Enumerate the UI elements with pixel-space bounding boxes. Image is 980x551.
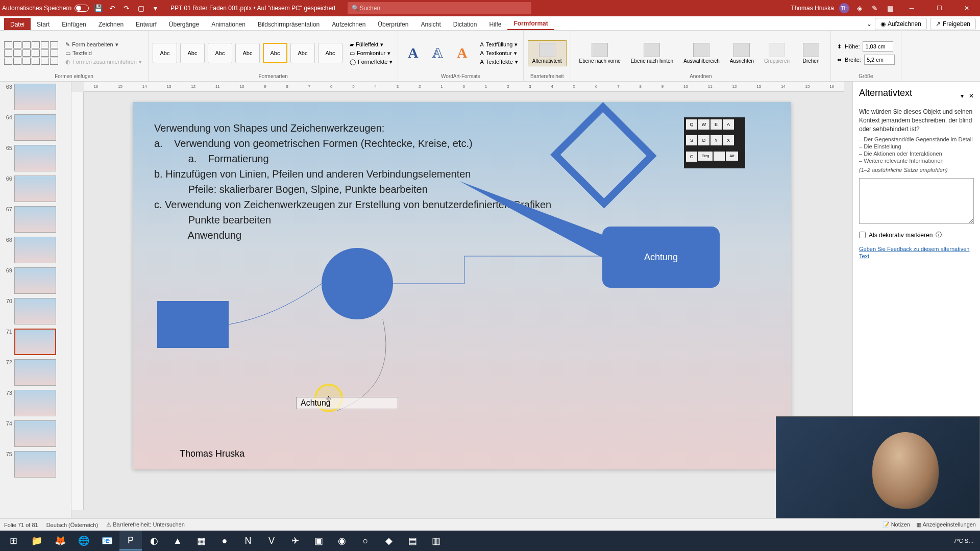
window-icon[interactable]: ▦ xyxy=(885,3,895,13)
wordart-option[interactable]: A xyxy=(427,43,448,63)
shape-option[interactable] xyxy=(22,49,31,57)
wordart-gallery[interactable]: A A A xyxy=(402,43,473,63)
slide-thumbnail[interactable] xyxy=(14,84,56,110)
text-outline-button[interactable]: ATextkontur ▾ xyxy=(479,49,519,57)
shape-style-gallery[interactable]: Abc Abc Abc Abc Abc Abc Abc xyxy=(153,43,342,63)
tab-uebergaenge[interactable]: Übergänge xyxy=(163,18,205,30)
undo-icon[interactable]: ↶ xyxy=(107,3,117,13)
slide-thumbnail[interactable] xyxy=(14,206,56,233)
app-icon[interactable]: ▦ xyxy=(190,531,212,550)
edit-shape-button[interactable]: ✎Form bearbeiten ▾ xyxy=(63,41,144,48)
bring-forward-button[interactable]: Ebene nach vorne xyxy=(575,41,625,66)
circle-shape[interactable] xyxy=(322,248,393,319)
canvas-area[interactable]: 1615141312111098765432101234567891011121… xyxy=(71,82,852,518)
shape-gallery[interactable] xyxy=(4,41,58,65)
tab-zeichnen[interactable]: Zeichnen xyxy=(92,18,130,30)
shape-option[interactable] xyxy=(13,58,21,65)
slide-counter[interactable]: Folie 71 of 81 xyxy=(4,522,38,528)
panel-dropdown-icon[interactable]: ▾ xyxy=(961,92,964,99)
style-option[interactable]: Abc xyxy=(318,43,342,63)
textfield-button[interactable]: ▭Textfeld xyxy=(63,49,144,57)
start-button[interactable]: ⊞ xyxy=(2,531,24,550)
style-option-selected[interactable]: Abc xyxy=(263,43,287,63)
app-icon[interactable]: ▣ xyxy=(307,531,330,550)
minimize-button[interactable]: ─ xyxy=(900,0,923,16)
vlc-icon[interactable]: ▲ xyxy=(166,531,189,550)
shape-option[interactable] xyxy=(32,49,40,57)
tab-ueberpruefen[interactable]: Überprüfen xyxy=(372,18,414,30)
slide-thumbnail[interactable] xyxy=(14,390,56,416)
decorative-checkbox[interactable]: Als dekorativ markieren ⓘ xyxy=(859,231,974,239)
chrome-icon[interactable]: 🌐 xyxy=(72,531,95,550)
firefox-icon[interactable]: 🦊 xyxy=(49,531,71,550)
tab-datei[interactable]: Datei xyxy=(4,18,31,30)
powerpoint-icon[interactable]: P xyxy=(119,531,142,550)
app-icon[interactable]: ▥ xyxy=(425,531,447,550)
keyboard-image[interactable]: QWE ASD YXC StrgAlt xyxy=(684,117,745,168)
tab-einfuegen[interactable]: Einfügen xyxy=(56,18,92,30)
shape-option[interactable] xyxy=(41,49,49,57)
tab-bildschirm[interactable]: Bildschirmpräsentation xyxy=(252,18,326,30)
tab-aufzeichnen[interactable]: Aufzeichnen xyxy=(326,18,372,30)
obs-icon[interactable]: ◉ xyxy=(331,531,353,550)
info-icon[interactable]: ⓘ xyxy=(936,231,942,239)
text-effects-button[interactable]: ATexteffekte ▾ xyxy=(479,58,519,66)
user-avatar[interactable]: TH xyxy=(839,3,849,13)
onenote-icon[interactable]: N xyxy=(237,531,259,550)
send-backward-button[interactable]: Ebene nach hinten xyxy=(627,41,677,66)
shape-effects-button[interactable]: ◯Formeffekte ▾ xyxy=(349,58,394,66)
slide-thumbnail[interactable] xyxy=(14,145,56,171)
tab-formformat[interactable]: Formformat xyxy=(507,17,554,30)
shape-option[interactable] xyxy=(22,41,31,48)
slide-thumbnails[interactable]: 63646566676869707172737475 xyxy=(0,82,71,518)
redo-icon[interactable]: ↷ xyxy=(121,3,132,13)
system-tray[interactable]: 7°C S… xyxy=(953,538,978,544)
wordart-option[interactable]: A xyxy=(402,43,424,63)
user-name[interactable]: Thomas Hruska xyxy=(791,5,834,12)
language-status[interactable]: Deutsch (Österreich) xyxy=(46,522,98,528)
shape-fill-button[interactable]: ▰Fülleffekt ▾ xyxy=(349,41,394,48)
slide-thumbnail[interactable] xyxy=(14,329,56,355)
record-button[interactable]: ◉Aufzeichnen xyxy=(875,18,927,30)
shape-option[interactable] xyxy=(41,41,49,48)
vscode-icon[interactable]: V xyxy=(260,531,283,550)
app-icon[interactable]: ◆ xyxy=(378,531,400,550)
search-box[interactable]: 🔍 xyxy=(348,2,531,14)
collapse-ribbon-icon[interactable]: ⌄ xyxy=(867,20,872,28)
width-input[interactable] xyxy=(864,55,895,65)
close-button[interactable]: ✕ xyxy=(955,0,978,16)
tab-hilfe[interactable]: Hilfe xyxy=(483,18,507,30)
notes-button[interactable]: 📝 Notizen xyxy=(883,521,910,528)
shape-option[interactable] xyxy=(50,49,58,57)
shape-option[interactable] xyxy=(50,41,58,48)
tab-dictation[interactable]: Dictation xyxy=(447,18,483,30)
shape-option[interactable] xyxy=(41,58,49,65)
slide-thumbnail[interactable] xyxy=(14,114,56,141)
search-input[interactable] xyxy=(359,5,527,12)
feedback-link[interactable]: Geben Sie Feedback zu diesem alternative… xyxy=(859,246,969,259)
telegram-icon[interactable]: ✈ xyxy=(284,531,306,550)
sync-icon[interactable]: ✎ xyxy=(870,3,880,13)
shape-option[interactable] xyxy=(13,41,21,48)
autosave-toggle[interactable]: Automatisches Speichern xyxy=(2,5,89,12)
decorative-check-input[interactable] xyxy=(859,232,866,238)
save-icon[interactable]: 💾 xyxy=(93,3,103,13)
maximize-button[interactable]: ☐ xyxy=(928,0,950,16)
shape-option[interactable] xyxy=(32,41,40,48)
shape-option[interactable] xyxy=(4,58,12,65)
shape-option[interactable] xyxy=(32,58,40,65)
shape-option[interactable] xyxy=(4,41,12,48)
style-option[interactable]: Abc xyxy=(208,43,232,63)
accessibility-status[interactable]: ⚠ Barrierefreiheit: Untersuchen xyxy=(106,521,185,528)
slide-thumbnail[interactable] xyxy=(14,267,56,294)
diamond-icon[interactable]: ◈ xyxy=(854,3,865,13)
achtung-textbox[interactable]: Achtung xyxy=(296,397,398,409)
app-icon[interactable]: ◐ xyxy=(143,531,165,550)
outlook-icon[interactable]: 📧 xyxy=(96,531,118,550)
slideshow-icon[interactable]: ▢ xyxy=(136,3,146,13)
style-option[interactable]: Abc xyxy=(153,43,177,63)
height-input[interactable] xyxy=(863,41,893,52)
slide-thumbnail[interactable] xyxy=(14,420,56,447)
app-icon[interactable]: ▤ xyxy=(401,531,424,550)
selection-pane-button[interactable]: Auswahlbereich xyxy=(679,41,724,66)
